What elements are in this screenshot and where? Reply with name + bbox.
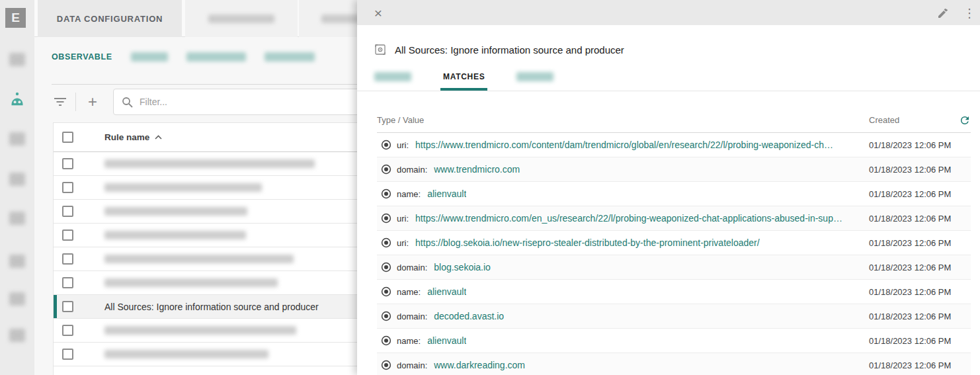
observable-type-label: name: [397, 336, 421, 346]
row-checkbox[interactable] [62, 301, 73, 312]
observable-value-link[interactable]: https://www.trendmicro.com/content/dam/t… [415, 140, 833, 150]
observable-target-icon [381, 164, 391, 175]
match-row[interactable]: domain: www.darkreading.com 01/18/2023 1… [377, 353, 971, 375]
created-timestamp: 01/18/2023 12:06 PM [869, 189, 951, 199]
row-checkbox[interactable] [62, 182, 73, 193]
sidebar-item-redacted[interactable] [0, 287, 34, 311]
rule-gear-icon [374, 44, 386, 56]
edit-button[interactable] [934, 4, 952, 22]
redacted-rule-name [104, 159, 315, 168]
row-checkbox[interactable] [62, 325, 73, 336]
add-rule-button[interactable]: + [84, 93, 101, 110]
observable-type-label: domain: [397, 165, 427, 175]
redacted-rule-name [104, 231, 246, 239]
sidebar-item-redacted[interactable] [0, 127, 34, 151]
match-row[interactable]: uri: https://www.trendmicro.com/en_us/re… [377, 206, 971, 231]
row-checkbox[interactable] [62, 253, 73, 265]
observable-value-link[interactable]: https://www.trendmicro.com/en_us/researc… [415, 213, 842, 224]
rule-row-redacted[interactable] [54, 247, 397, 271]
redacted-rule-name [104, 278, 278, 287]
rules-toolbar: + Filter... [52, 89, 396, 115]
observable-subnav: OBSERVABLE [52, 49, 315, 65]
sidebar-item-redacted[interactable] [0, 48, 34, 71]
drawer-tab-redacted[interactable] [372, 72, 414, 91]
pencil-icon [938, 8, 948, 19]
match-row[interactable]: name: alienvault 01/18/2023 12:06 PM [377, 182, 971, 206]
observable-target-icon [381, 140, 391, 150]
row-checkbox[interactable] [62, 229, 73, 241]
row-checkbox[interactable] [62, 158, 73, 169]
sidebar-item-redacted[interactable] [0, 167, 34, 191]
subnav-link-redacted[interactable] [186, 52, 246, 62]
observable-value-link[interactable]: decoded.avast.io [434, 311, 504, 321]
rule-row-partial[interactable] [54, 366, 397, 375]
observable-value-link[interactable]: alienvault [427, 188, 466, 199]
rule-row-selected[interactable]: All Sources: Ignore information source a… [54, 295, 397, 319]
sidebar-item-redacted[interactable] [0, 249, 34, 273]
rules-table: Rule name All Sources: Ignore informatio… [53, 122, 397, 375]
app-logo[interactable]: E [5, 8, 26, 28]
created-timestamp: 01/18/2023 12:06 PM [869, 336, 951, 346]
rule-row-redacted[interactable] [54, 200, 397, 224]
refresh-button[interactable] [959, 114, 971, 126]
sidebar-item-redacted[interactable] [0, 323, 34, 347]
redacted-rule-name [104, 326, 296, 335]
observable-value-link[interactable]: https://blog.sekoia.io/new-risepro-steal… [415, 237, 760, 248]
subnav-link-redacted[interactable] [265, 52, 315, 62]
observable-target-icon [381, 360, 391, 370]
observable-target-icon [381, 237, 391, 248]
created-timestamp: 01/18/2023 12:06 PM [869, 360, 951, 370]
rule-row-redacted[interactable] [54, 343, 397, 366]
redacted-rule-name [104, 207, 247, 216]
row-checkbox[interactable] [62, 206, 73, 217]
redacted-tab-label [374, 72, 411, 81]
tab-label: DATA CONFIGURATION [57, 14, 163, 24]
rules-table-header: Rule name [54, 123, 397, 152]
rule-row-redacted[interactable] [54, 152, 397, 176]
rule-row-redacted[interactable] [54, 176, 397, 200]
row-checkbox[interactable] [62, 349, 73, 360]
filter-input[interactable]: Filter... [113, 89, 396, 115]
match-row[interactable]: domain: decoded.avast.io 01/18/2023 12:0… [377, 304, 971, 329]
sidebar-item-redacted[interactable] [0, 206, 34, 230]
redacted-rule-name [104, 183, 262, 192]
tab-data-configuration[interactable]: DATA CONFIGURATION [38, 0, 182, 37]
refresh-icon [959, 114, 971, 126]
match-row[interactable]: domain: blog.sekoia.io 01/18/2023 12:06 … [377, 255, 971, 280]
rule-name-column-header[interactable]: Rule name [104, 132, 162, 142]
match-row[interactable]: uri: https://blog.sekoia.io/new-risepro-… [377, 231, 971, 255]
drawer-tab-redacted[interactable] [514, 72, 556, 91]
observable-value-link[interactable]: www.darkreading.com [434, 360, 525, 370]
row-checkbox[interactable] [62, 277, 73, 288]
created-timestamp: 01/18/2023 12:06 PM [869, 165, 951, 175]
filter-list-button[interactable] [52, 93, 69, 110]
created-column-header: Created [869, 115, 899, 125]
match-row[interactable]: name: alienvault 01/18/2023 12:06 PM [377, 329, 971, 353]
redacted-icon [9, 212, 25, 225]
sidebar-item-automation[interactable] [0, 87, 34, 111]
match-row[interactable]: uri: https://www.trendmicro.com/content/… [377, 133, 971, 157]
match-row[interactable]: domain: www.trendmicro.com 01/18/2023 12… [377, 157, 971, 182]
created-timestamp: 01/18/2023 12:06 PM [869, 140, 951, 150]
match-row[interactable]: name: alienvault 01/18/2023 12:06 PM [377, 280, 971, 304]
rule-row-redacted[interactable] [54, 319, 397, 343]
observable-value-link[interactable]: www.trendmicro.com [434, 164, 520, 175]
more-options-button[interactable]: ⋮ [960, 4, 979, 22]
select-all-checkbox[interactable] [62, 132, 73, 143]
drawer-tab-matches[interactable]: MATCHES [440, 72, 487, 91]
observable-type-label: domain: [397, 312, 427, 321]
observable-value-link[interactable]: alienvault [427, 335, 466, 346]
subnav-link-redacted[interactable] [131, 52, 168, 62]
observable-target-icon [381, 335, 391, 346]
more-vert-icon: ⋮ [963, 6, 975, 21]
observable-type-label: uri: [397, 238, 409, 248]
observable-value-link[interactable]: alienvault [427, 286, 466, 297]
tab-redacted[interactable] [185, 0, 298, 37]
rule-row-redacted[interactable] [54, 224, 397, 247]
observable-type-label: domain: [397, 360, 427, 370]
search-icon [122, 97, 133, 108]
divider [52, 84, 362, 85]
rule-row-redacted[interactable] [54, 271, 397, 295]
observable-value-link[interactable]: blog.sekoia.io [434, 262, 491, 272]
close-button[interactable]: × [369, 4, 388, 22]
